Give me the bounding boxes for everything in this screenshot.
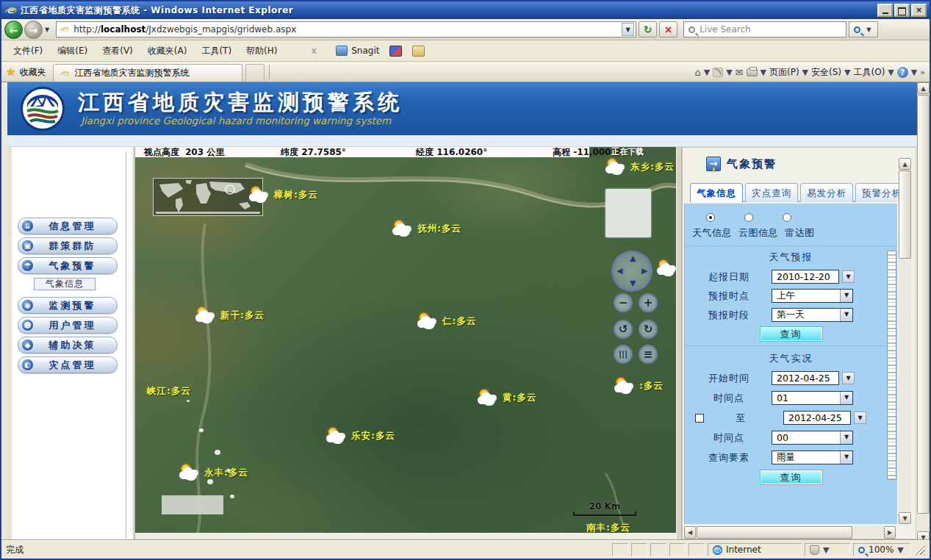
title-bar[interactable]: e 江西省地质灾害监测预警系统 - Windows Internet Explo… bbox=[1, 1, 930, 19]
page-vscroll-thumb[interactable] bbox=[917, 95, 930, 514]
toolbar-close-icon[interactable]: x bbox=[311, 46, 317, 56]
menu-item[interactable]: 工具(T) bbox=[194, 42, 239, 60]
panel-hscroll-thumb[interactable] bbox=[697, 526, 852, 539]
close-button[interactable]: × bbox=[911, 4, 927, 17]
panel-scroll-left-icon[interactable]: ◀ bbox=[684, 526, 696, 539]
forward-button[interactable]: → bbox=[24, 21, 43, 39]
rotate-right-button[interactable]: ↻ bbox=[639, 320, 658, 339]
new-tab-button[interactable] bbox=[245, 64, 265, 82]
layer-radio[interactable] bbox=[744, 213, 753, 222]
menu-item[interactable]: 编辑(E) bbox=[50, 42, 95, 60]
sidebar-item[interactable]: ⇊ 信息管理 bbox=[18, 218, 118, 234]
home-dropdown-icon[interactable]: ▼ bbox=[704, 68, 710, 77]
dropdown-select[interactable]: 01 ▼ bbox=[772, 391, 853, 405]
dropdown-arrow-icon[interactable]: ▼ bbox=[840, 431, 852, 444]
tilt-vertical-button[interactable]: ||| bbox=[614, 345, 633, 364]
overflow-chevron-icon[interactable]: » bbox=[920, 68, 925, 77]
dropdown-arrow-icon[interactable]: ▼ bbox=[840, 392, 852, 404]
forecast-query-button[interactable]: 查询 bbox=[761, 327, 822, 341]
actual-query-button[interactable]: 查询 bbox=[761, 470, 822, 484]
safety-dropdown-icon[interactable]: ▼ bbox=[844, 68, 850, 77]
layer-radio-label[interactable]: 雷达图 bbox=[785, 226, 815, 240]
mail-icon[interactable]: ✉ bbox=[736, 67, 744, 78]
sidebar-item[interactable]: ☂ 气象预警 bbox=[18, 257, 118, 274]
refresh-button[interactable]: ↻ bbox=[639, 21, 657, 37]
map-viewport[interactable]: 樟树:多云 抚州:多云 东乡:多云 新干:多云 仁:多云 bbox=[135, 157, 676, 533]
layer-radio[interactable] bbox=[706, 213, 715, 222]
page-dropdown-icon[interactable]: ▼ bbox=[802, 68, 808, 77]
zoom-in-button[interactable]: + bbox=[639, 293, 658, 312]
protected-mode-dropdown-icon[interactable]: ▼ bbox=[823, 545, 829, 555]
world-overview-inset[interactable] bbox=[153, 178, 263, 216]
panel-tab[interactable]: 易发分析 bbox=[800, 183, 853, 202]
dropdown-select[interactable]: 雨量 ▼ bbox=[772, 450, 853, 464]
panel-vscroll-thumb[interactable] bbox=[899, 170, 911, 259]
rotate-left-button[interactable]: ↺ bbox=[614, 320, 633, 339]
sidebar-item[interactable]: ☻ 用户管理 bbox=[18, 317, 118, 334]
snagit-button[interactable]: Snagit bbox=[351, 46, 379, 56]
sidebar-item[interactable]: ◉ 监测预警 bbox=[18, 297, 118, 314]
layer-radio-label[interactable]: 云图信息 bbox=[738, 226, 778, 240]
print-dropdown-icon[interactable]: ▼ bbox=[761, 68, 766, 77]
home-icon[interactable]: ⌂ bbox=[694, 67, 700, 78]
tools-menu[interactable]: 工具(O) bbox=[854, 66, 885, 79]
address-input[interactable]: e http://localhost/Jxdzwebgis_mapgis/gri… bbox=[56, 21, 636, 37]
layer-radio-label[interactable]: 天气信息 bbox=[692, 226, 732, 240]
protected-mode-pane[interactable]: ▼ bbox=[805, 543, 850, 556]
resize-grip[interactable] bbox=[915, 545, 925, 555]
search-options-icon[interactable]: ▼ bbox=[864, 26, 873, 33]
to-checkbox[interactable] bbox=[695, 414, 704, 423]
zoom-pane[interactable]: 100% ▼ bbox=[853, 543, 910, 556]
help-dropdown-icon[interactable]: ▼ bbox=[911, 68, 917, 77]
layer-radio[interactable] bbox=[783, 213, 791, 222]
dropdown-arrow-icon[interactable]: ▼ bbox=[840, 290, 852, 302]
dropdown-arrow-icon[interactable]: ▼ bbox=[842, 372, 855, 384]
menu-item[interactable]: 文件(F) bbox=[6, 42, 50, 60]
snagit-editor-icon[interactable] bbox=[412, 46, 425, 57]
panel-tab[interactable]: 气象信息 bbox=[690, 183, 743, 202]
print-icon[interactable] bbox=[747, 68, 758, 76]
feeds-icon[interactable] bbox=[713, 68, 723, 77]
sidebar-item[interactable]: ▣ 群策群防 bbox=[18, 237, 118, 254]
history-dropdown-icon[interactable]: ▼ bbox=[43, 26, 51, 33]
dropdown-select[interactable]: 上午 ▼ bbox=[772, 289, 853, 303]
maximize-button[interactable] bbox=[894, 4, 910, 17]
dropdown-arrow-icon[interactable]: ▼ bbox=[840, 451, 852, 464]
dropdown-select[interactable]: 2012-04-25 ▼ bbox=[783, 411, 866, 425]
favorites-button[interactable]: 收藏夹 bbox=[19, 66, 46, 79]
snagit-capture-icon[interactable] bbox=[389, 46, 402, 57]
panel-scroll-up-icon[interactable]: ▲ bbox=[899, 158, 911, 170]
stop-button[interactable]: × bbox=[659, 21, 677, 37]
minimize-button[interactable] bbox=[877, 4, 893, 17]
browser-tab[interactable]: e 江西省地质灾害监测预警系统 bbox=[53, 64, 242, 82]
sidebar-item[interactable]: ◆ 辅助决策 bbox=[18, 337, 118, 353]
dropdown-select[interactable]: 第一天 ▼ bbox=[772, 308, 853, 322]
search-input[interactable]: Live Search bbox=[683, 21, 846, 37]
address-dropdown-icon[interactable]: ▼ bbox=[622, 23, 634, 36]
safety-menu[interactable]: 安全(S) bbox=[811, 66, 841, 79]
panel-scroll-right-icon[interactable]: ▶ bbox=[884, 526, 896, 539]
map-pan-control[interactable]: ▲ ▼ ◀ ▶ bbox=[611, 251, 653, 292]
dropdown-select[interactable]: 00 ▼ bbox=[772, 431, 853, 445]
back-button[interactable]: ← bbox=[4, 21, 23, 39]
right-splitter[interactable] bbox=[676, 147, 682, 543]
zoom-out-button[interactable]: − bbox=[614, 293, 633, 312]
page-menu[interactable]: 页面(P) bbox=[769, 66, 799, 79]
menu-item[interactable]: 收藏夹(A) bbox=[140, 42, 195, 60]
sidebar-item[interactable]: ◐ 灾点管理 bbox=[18, 356, 118, 373]
tilt-horizontal-button[interactable]: ≡ bbox=[639, 345, 658, 364]
page-scroll-up-icon[interactable]: ▲ bbox=[917, 82, 930, 94]
search-go-button[interactable]: ▼ bbox=[849, 21, 878, 37]
tools-dropdown-icon[interactable]: ▼ bbox=[888, 68, 894, 77]
zoom-dropdown-icon[interactable]: ▼ bbox=[897, 545, 903, 555]
dropdown-arrow-icon[interactable]: ▼ bbox=[842, 270, 855, 283]
sidebar-subitem-weather-info[interactable]: 气象信息 bbox=[34, 278, 96, 290]
favorites-star-icon[interactable]: ★ bbox=[6, 65, 15, 79]
panel-scroll-down-icon[interactable]: ▼ bbox=[899, 512, 911, 524]
dropdown-arrow-icon[interactable]: ▼ bbox=[854, 412, 866, 424]
feeds-dropdown-icon[interactable]: ▼ bbox=[726, 68, 732, 77]
menu-item[interactable]: 帮助(H) bbox=[239, 42, 284, 60]
dropdown-select[interactable]: 2010-12-20 ▼ bbox=[772, 270, 855, 284]
dropdown-select[interactable]: 2012-04-25 ▼ bbox=[772, 371, 855, 385]
dropdown-arrow-icon[interactable]: ▼ bbox=[840, 309, 852, 321]
